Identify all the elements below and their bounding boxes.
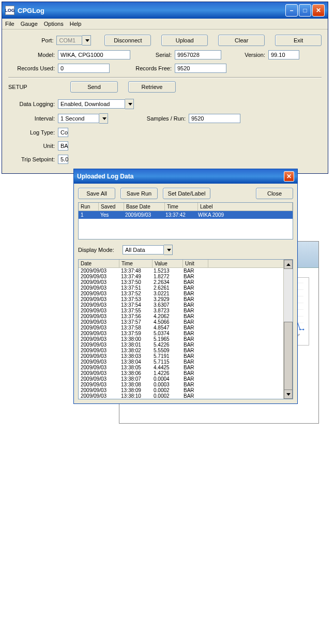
data-list-row[interactable]: 2009/09/0313:38:100.0002BAR: [79, 393, 283, 399]
trip-field[interactable]: 5.0: [58, 155, 68, 164]
data-list-row[interactable]: 2009/09/0313:38:015.4226BAR: [79, 342, 283, 348]
interval-arrow[interactable]: [99, 113, 108, 124]
cell-unit: BAR: [181, 313, 206, 319]
run-list[interactable]: Run Saved Base Date Time Label 1 Yes 200…: [78, 202, 293, 239]
cell-value: 5.4226: [151, 342, 181, 348]
data-list-row[interactable]: 2009/09/0313:37:512.6261BAR: [79, 285, 283, 291]
model-field[interactable]: WIKA, CPG1000: [58, 50, 130, 59]
chevron-down-icon: [167, 249, 171, 251]
data-list-row[interactable]: 2009/09/0313:37:523.0221BAR: [79, 291, 283, 296]
data-list-row[interactable]: 2009/09/0313:37:502.2634BAR: [79, 279, 283, 285]
retrieve-button[interactable]: Retrieve: [128, 81, 176, 93]
cell-unit: BAR: [181, 331, 206, 336]
data-list-row[interactable]: 2009/09/0313:37:564.2062BAR: [79, 313, 283, 319]
data-list-row[interactable]: 2009/09/0313:38:035.7191BAR: [79, 353, 283, 359]
cell-time: 13:38:04: [119, 359, 151, 365]
serial-field[interactable]: 9957028: [175, 50, 221, 59]
cell-time: 13:38:09: [119, 387, 151, 393]
data-list-row[interactable]: 2009/09/0313:38:005.1965BAR: [79, 336, 283, 342]
cell-value: 3.2929: [151, 296, 181, 302]
set-date-button[interactable]: Set Date/Label: [163, 188, 210, 199]
data-list-row[interactable]: 2009/09/0313:38:090.0002BAR: [79, 387, 283, 393]
data-logging-arrow[interactable]: [125, 99, 134, 109]
svg-rect-43: [302, 328, 304, 330]
close-button[interactable]: Close: [256, 188, 293, 199]
scroll-up-icon[interactable]: [284, 260, 293, 269]
cell-date: 2009/09/03: [79, 308, 119, 313]
upload-button[interactable]: Upload: [161, 35, 208, 46]
exit-button[interactable]: Exit: [275, 35, 322, 46]
cell-unit: BAR: [181, 336, 206, 342]
data-list-row[interactable]: 2009/09/0313:38:070.0004BAR: [79, 376, 283, 382]
menu-gauge[interactable]: Gauge: [21, 21, 38, 27]
cell-unit: BAR: [181, 285, 206, 291]
samples-field[interactable]: 9520: [189, 114, 240, 123]
data-list-row[interactable]: 2009/09/0313:37:491.8272BAR: [79, 274, 283, 279]
interval-label: Interval:: [8, 115, 58, 122]
scrollbar[interactable]: [283, 260, 293, 399]
send-button[interactable]: Send: [70, 81, 118, 93]
data-list-row[interactable]: 2009/09/0313:37:543.6307BAR: [79, 302, 283, 308]
cell-time: 13:37:51: [119, 285, 151, 291]
scroll-down-icon[interactable]: [284, 390, 293, 399]
run-list-row[interactable]: 1 Yes 2009/09/03 13:37:42 WIKA 2009: [79, 211, 293, 219]
data-list-row[interactable]: 2009/09/0313:38:045.7115BAR: [79, 359, 283, 365]
cell-unit: BAR: [181, 348, 206, 353]
data-list[interactable]: Date Time Value Unit 2009/09/0313:37:481…: [79, 260, 283, 399]
data-list-row[interactable]: 2009/09/0313:37:533.2929BAR: [79, 296, 283, 302]
run-cell: 1: [79, 211, 98, 219]
cell-date: 2009/09/03: [79, 331, 119, 336]
menu-file[interactable]: File: [5, 21, 14, 27]
display-mode-combo[interactable]: All Data: [123, 245, 164, 254]
cell-unit: BAR: [181, 296, 206, 302]
cell-time: 13:38:05: [119, 365, 151, 370]
hdr-time: Time: [119, 260, 153, 267]
menu-help[interactable]: Help: [70, 21, 82, 27]
cell-date: 2009/09/03: [79, 285, 119, 291]
data-list-row[interactable]: 2009/09/0313:38:025.5509BAR: [79, 348, 283, 353]
unit-combo[interactable]: BA: [58, 141, 68, 151]
data-list-row[interactable]: 2009/09/0313:37:584.8547BAR: [79, 325, 283, 331]
cell-value: 4.8547: [151, 325, 181, 331]
clear-button[interactable]: Clear: [218, 35, 265, 46]
data-list-row[interactable]: 2009/09/0313:37:553.8723BAR: [79, 308, 283, 313]
log-type-combo[interactable]: Co: [58, 128, 68, 137]
records-used-label: Records Used:: [8, 65, 58, 71]
data-list-row[interactable]: 2009/09/0313:37:574.5066BAR: [79, 319, 283, 325]
data-list-row[interactable]: 2009/09/0313:38:080.0003BAR: [79, 382, 283, 387]
data-list-row[interactable]: 2009/09/0313:37:481.5213BAR: [79, 268, 283, 274]
cell-unit: BAR: [181, 359, 206, 365]
cell-unit: BAR: [181, 291, 206, 296]
interval-combo[interactable]: 1 Second: [58, 114, 99, 123]
maximize-button[interactable]: □: [299, 4, 311, 17]
hdr-date: Date: [79, 260, 119, 267]
port-combo-arrow[interactable]: [82, 35, 91, 46]
save-run-button[interactable]: Save Run: [120, 188, 158, 199]
main-window: LOG CPGLog – □ ✕ File Gauge Options Help…: [2, 2, 328, 174]
cell-value: 5.7115: [151, 359, 181, 365]
minimize-button[interactable]: –: [285, 4, 298, 17]
records-used-field[interactable]: 0: [58, 64, 110, 73]
chevron-down-icon: [85, 39, 89, 42]
data-list-row[interactable]: 2009/09/0313:37:595.0374BAR: [79, 331, 283, 336]
close-button[interactable]: ✕: [312, 4, 325, 17]
port-label: Port:: [8, 37, 56, 43]
save-all-button[interactable]: Save All: [78, 188, 115, 199]
display-mode-arrow[interactable]: [164, 245, 173, 255]
data-list-row[interactable]: 2009/09/0313:38:061.4226BAR: [79, 370, 283, 376]
menu-options[interactable]: Options: [44, 21, 64, 27]
data-list-row[interactable]: 2009/09/0313:38:054.4425BAR: [79, 365, 283, 370]
records-free-field[interactable]: 9520: [175, 64, 226, 73]
display-mode-label: Display Mode:: [78, 247, 123, 253]
data-list-header: Date Time Value Unit: [79, 260, 283, 268]
disconnect-button[interactable]: Disconnect: [104, 35, 151, 46]
port-combo[interactable]: COM1: [56, 36, 82, 45]
cell-unit: BAR: [181, 279, 206, 285]
app-title: CPGLog: [18, 7, 44, 14]
dialog-close-icon[interactable]: ✕: [284, 171, 294, 182]
data-logging-combo[interactable]: Enabled, Download: [58, 99, 125, 109]
scroll-thumb[interactable]: [284, 322, 293, 395]
cell-value: 5.0374: [151, 331, 181, 336]
version-field[interactable]: 99.10: [268, 50, 299, 59]
cell-unit: BAR: [181, 302, 206, 308]
